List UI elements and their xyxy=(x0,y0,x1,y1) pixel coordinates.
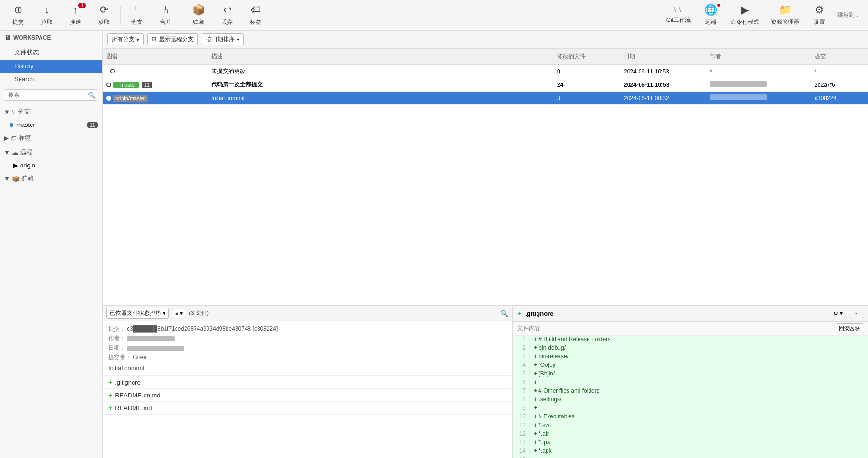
pull-icon: ↓ xyxy=(44,4,50,16)
chevron-down-icon: ▼ xyxy=(4,108,10,115)
code-line: 8+ .settings/ xyxy=(513,396,868,405)
code-line: 3+ bin-release/ xyxy=(513,353,868,362)
sidebar-item-search[interactable]: Search xyxy=(0,73,102,85)
code-area: 1+ # Build and Release Folders2+ bin-deb… xyxy=(513,336,868,458)
toolbar-fetch[interactable]: ⟳ 获取 xyxy=(90,2,118,28)
file-item-readme-en[interactable]: + README.en.md xyxy=(103,389,512,402)
master-count-badge: 11 xyxy=(142,82,152,88)
branch-filter-btn[interactable]: 所有分支 ▾ xyxy=(107,33,144,45)
file-added-icon-3: + xyxy=(108,404,112,412)
toolbar-remote[interactable]: 🌐 远端 xyxy=(696,2,725,28)
bottom-left-panel: 已依照文件状态排序 ▾ ≡ ▾ (3 文件) 🔍 提交： c3██████8b1… xyxy=(103,306,513,458)
right-panel-actions: ⚙ ▾ ··· xyxy=(829,309,863,318)
branch-section-icon: ⑂ xyxy=(12,108,16,115)
sidebar-stash-header[interactable]: ▼ 📦 贮藏 xyxy=(0,171,102,186)
code-line: 5+ [Bb]in/ xyxy=(513,370,868,379)
bottom-area: 已依照文件状态排序 ▾ ≡ ▾ (3 文件) 🔍 提交： c3██████8b1… xyxy=(103,305,868,458)
toolbar-sep2 xyxy=(182,6,182,25)
toolbar-pull[interactable]: ↓ 拉取 xyxy=(32,2,61,28)
file-item-readme[interactable]: + README.md xyxy=(103,402,512,415)
bottom-right-panel: + .gitignore ⚙ ▾ ··· 文件内容 回滚区块 xyxy=(513,306,868,458)
sidebar-branch-master[interactable]: master 11 xyxy=(0,119,102,131)
code-line: 1+ # Build and Release Folders xyxy=(513,336,868,344)
main-layout: 🖥 WORKSPACE 文件状态 History Search 🔍 ▼ ⑂ 分支… xyxy=(0,31,868,458)
code-line: 12+ *.air xyxy=(513,430,868,439)
remote-section-icon: ☁ xyxy=(12,149,18,156)
sidebar-item-file-status[interactable]: 文件状态 xyxy=(0,45,102,60)
commit-row-uncommitted[interactable]: 未提交的更改 0 2024-06-11 10:53 * * xyxy=(103,65,868,78)
commit-info: 提交： c3██████8b1f71ced26874a9934d98be4307… xyxy=(103,321,512,376)
toolbar-branch[interactable]: ⑂ 分支 xyxy=(123,2,151,28)
graph-dot-master xyxy=(106,83,111,87)
sidebar-remote-origin[interactable]: ▶ origin xyxy=(0,159,102,171)
toolbar-terminal[interactable]: ▶ 命令行模式 xyxy=(725,2,765,28)
code-line: 10+ # Executables xyxy=(513,413,868,422)
sort-files-btn[interactable]: 已依照文件状态排序 ▾ xyxy=(106,308,169,319)
sort-dropdown-icon2: ▾ xyxy=(163,310,165,317)
sidebar-branches-header[interactable]: ▼ ⑂ 分支 xyxy=(0,104,102,119)
workspace-icon: 🖥 xyxy=(5,34,10,41)
gear-icon: ⚙ xyxy=(833,310,838,317)
commit-row-initial[interactable]: origin/master Initial commit 3 2024-06-1… xyxy=(103,92,868,105)
commit-row-master[interactable]: ⑂ master 11 代码第一次全部提交 24 2024-06-11 10:5… xyxy=(103,78,868,92)
author-blur-bottom xyxy=(127,336,175,341)
code-line: 9+ xyxy=(513,405,868,413)
sidebar-item-history[interactable]: History xyxy=(0,60,102,73)
discard-icon: ↩ xyxy=(223,4,231,16)
code-line: 4+ [Oo]bj/ xyxy=(513,362,868,370)
sidebar-remote-header[interactable]: ▼ ☁ 远程 xyxy=(0,145,102,159)
toolbar-gitflow[interactable]: ⑂⑂ Git工作流 xyxy=(661,4,696,26)
jump-to-label: 跳转到： xyxy=(834,11,864,19)
sidebar: 🖥 WORKSPACE 文件状态 History Search 🔍 ▼ ⑂ 分支… xyxy=(0,31,103,458)
toolbar-tag[interactable]: 🏷 标签 xyxy=(241,2,270,28)
list-view-btn[interactable]: ≡ ▾ xyxy=(172,309,186,318)
explorer-icon: 📁 xyxy=(779,4,792,16)
revert-block-btn[interactable]: 回滚区块 xyxy=(836,323,863,333)
graph-dot-uncommitted xyxy=(110,69,115,73)
toolbar-push[interactable]: ↑ 推送 1 xyxy=(61,2,90,28)
code-line: 13+ *.ipa xyxy=(513,439,868,448)
toolbar: ⊕ 提交 ↓ 拉取 ↑ 推送 1 ⟳ 获取 ⑂ 分支 ⑃ 合并 📦 贮藏 ↩ 丢… xyxy=(0,0,868,31)
stash-icon: 📦 xyxy=(192,4,205,16)
branch-active-dot xyxy=(10,123,13,127)
sidebar-tags-header[interactable]: ▶ 🏷 标签 xyxy=(0,131,102,145)
tag-section-icon: 🏷 xyxy=(10,135,17,142)
toolbar-commit[interactable]: ⊕ 提交 xyxy=(4,2,32,28)
file-item-gitignore[interactable]: + .gitignore xyxy=(103,376,512,389)
search-files-icon[interactable]: 🔍 xyxy=(500,310,508,317)
more-options-btn[interactable]: ··· xyxy=(850,309,863,318)
master-branch-tag: ⑂ master xyxy=(113,82,139,88)
push-badge: 1 xyxy=(78,3,86,8)
file-list: + .gitignore + README.en.md + README.md xyxy=(103,376,512,415)
terminal-icon: ▶ xyxy=(741,4,749,16)
author-blur-2 xyxy=(710,81,767,87)
toolbar-stash[interactable]: 📦 贮藏 xyxy=(184,2,213,28)
commit-icon: ⊕ xyxy=(14,4,22,16)
show-remote-btn[interactable]: ☑ 显示远程分支 xyxy=(147,33,198,45)
toolbar-discard[interactable]: ↩ 丢弃 xyxy=(213,2,241,28)
toolbar-sep1 xyxy=(120,6,121,25)
toolbar-settings[interactable]: ⚙ 设置 xyxy=(805,2,834,28)
file-type-icon: + xyxy=(517,310,521,317)
code-line: 14+ *.apk xyxy=(513,448,868,456)
toolbar-merge[interactable]: ⑃ 合并 xyxy=(151,2,180,28)
dropdown-icon: ▾ xyxy=(136,36,139,43)
gitflow-icon: ⑂⑂ xyxy=(673,6,683,14)
search-input[interactable] xyxy=(4,89,98,101)
graph-dot-initial xyxy=(106,96,111,101)
settings-icon: ⚙ xyxy=(815,4,824,16)
commit-table: 未提交的更改 0 2024-06-11 10:53 * * ⑂ master 1… xyxy=(103,65,868,305)
list-dropdown-icon: ▾ xyxy=(180,310,183,317)
author-blur-3 xyxy=(710,94,767,100)
search-icon: 🔍 xyxy=(88,92,95,99)
chevron-right-icon-origin: ▶ xyxy=(13,162,18,169)
push-icon: ↑ xyxy=(73,4,78,16)
fetch-icon: ⟳ xyxy=(100,4,108,16)
tag-icon: 🏷 xyxy=(250,4,261,16)
toolbar-explorer[interactable]: 📁 资源管理器 xyxy=(765,2,805,28)
code-line: 2+ bin-debug/ xyxy=(513,344,868,353)
sort-btn[interactable]: 按日期排序 ▾ xyxy=(202,33,244,45)
gear-settings-btn[interactable]: ⚙ ▾ xyxy=(829,309,847,318)
sort-dropdown-icon: ▾ xyxy=(237,36,239,43)
merge-icon: ⑃ xyxy=(163,4,169,16)
